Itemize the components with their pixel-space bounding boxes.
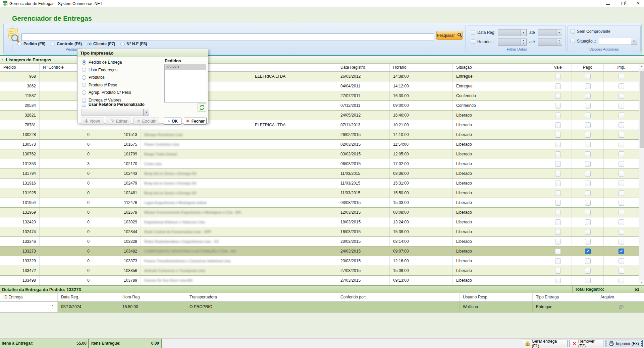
imp-checkbox[interactable] (619, 83, 624, 89)
time-to-spinner[interactable]: ▲▼ (538, 39, 562, 46)
col-header[interactable]: Vale (544, 64, 572, 71)
vale-checkbox[interactable] (555, 74, 561, 79)
close-button[interactable]: × (633, 0, 644, 7)
pago-checkbox[interactable] (585, 200, 591, 206)
vale-checkbox[interactable] (555, 239, 561, 245)
table-row[interactable]: 1317940102443Bxxg Ixd xx Gxsxs x Enxxgx-… (0, 169, 639, 179)
dialog-print-option[interactable]: Pedido de Entrega (82, 60, 131, 65)
time-from-spinner[interactable]: ▲▼ (498, 39, 527, 46)
print-button[interactable]: Imprimir (F3) (605, 340, 643, 347)
situation-dropdown[interactable]: ▼ (599, 38, 637, 45)
edit-button[interactable]: Editar (106, 118, 131, 125)
vale-checkbox[interactable] (555, 132, 561, 138)
vale-checkbox[interactable] (555, 122, 561, 128)
pago-checkbox[interactable] (585, 268, 591, 274)
pago-checkbox[interactable] (585, 171, 591, 177)
time-filter-checkbox[interactable] (471, 40, 475, 44)
restore-button[interactable] (618, 0, 629, 7)
search-radio[interactable]: Controle (F6) (51, 42, 82, 46)
pago-checkbox[interactable] (585, 229, 591, 235)
vale-checkbox[interactable] (555, 83, 561, 89)
table-row[interactable]: 1319690102578Mxxtxc Fxxnxcxmxntx Exgxxhx… (0, 208, 639, 217)
imp-checkbox[interactable] (619, 151, 624, 157)
imp-checkbox[interactable] (619, 249, 624, 254)
col-header[interactable]: Situação (453, 64, 544, 71)
minimize-button[interactable] (602, 0, 614, 7)
table-row[interactable]: 1334980103789Dxxxxx Dx Xxx Dxcx Ltxa-MX2… (0, 276, 639, 285)
no-receipt-checkbox[interactable] (571, 29, 575, 33)
pago-checkbox[interactable] (585, 113, 591, 118)
situation-checkbox[interactable] (571, 39, 575, 43)
vale-checkbox[interactable] (555, 93, 561, 99)
search-radio[interactable]: Nº N.F (F8) (120, 42, 147, 46)
refresh-button[interactable] (198, 103, 206, 112)
table-row[interactable]: 1319250102481Bxxg Ixd xx Gxsxs x Enxxgx-… (0, 188, 639, 198)
list-item[interactable]: 133273 (165, 64, 206, 70)
custom-report-dropdown[interactable]: ▼ (82, 109, 149, 116)
imp-checkbox[interactable] (619, 210, 624, 215)
col-header[interactable]: Pedido (0, 64, 40, 71)
search-radio[interactable]: Cliente (F7) (87, 42, 115, 46)
close-dialog-button[interactable]: ✕ Fechar (184, 118, 207, 125)
imp-checkbox[interactable] (619, 142, 624, 147)
scrollbar-thumb[interactable] (640, 71, 644, 148)
pago-checkbox[interactable] (585, 239, 591, 245)
table-row[interactable]: 1334720103856Axfxxdx Cxmxxcxx x Txxxspxx… (0, 266, 639, 276)
table-row[interactable]: 1332460103328Rxtxs Dxstxxbxxdxxa x Exgxx… (0, 237, 639, 247)
col-header[interactable]: Horário (390, 64, 453, 71)
dialog-print-option[interactable]: Agrup. Produto C/ Peso (82, 90, 131, 95)
imp-checkbox[interactable] (619, 268, 624, 274)
detail-row[interactable]: 1 05/10/2024 15:50:00 O PROPRIO Wallison… (0, 302, 644, 312)
imp-checkbox[interactable] (619, 190, 624, 196)
vertical-scrollbar[interactable]: ▲ ▼ (639, 64, 644, 285)
table-row[interactable]: 1332730103482CXMPXXENTE IXDXSTRIA X AXTX… (0, 247, 639, 256)
vale-checkbox[interactable] (555, 268, 561, 274)
imp-checkbox[interactable] (619, 103, 624, 109)
ok-button[interactable]: OK (164, 118, 181, 125)
vale-checkbox[interactable] (555, 278, 561, 283)
custom-report-checkbox[interactable] (82, 102, 86, 107)
imp-checkbox[interactable] (619, 278, 624, 283)
col-header[interactable]: Data Registro (337, 64, 390, 71)
pago-checkbox[interactable] (585, 278, 591, 283)
date-filter-checkbox[interactable] (471, 30, 475, 34)
scroll-down-icon[interactable]: ▼ (639, 280, 644, 285)
imp-checkbox[interactable] (619, 122, 624, 128)
vale-checkbox[interactable] (555, 229, 561, 235)
imp-checkbox[interactable] (619, 200, 624, 206)
search-button[interactable]: Pesquisar (436, 31, 463, 40)
table-row[interactable]: 1307620101799Bxxgx Txxbx Dxxsxl03/03/201… (0, 149, 639, 159)
imp-checkbox[interactable] (619, 181, 624, 186)
scroll-up-icon[interactable]: ▲ (639, 64, 644, 69)
imp-checkbox[interactable] (619, 219, 624, 225)
delete-button[interactable]: ✕Excluir (133, 118, 159, 125)
vale-checkbox[interactable] (555, 258, 561, 264)
imp-checkbox[interactable] (619, 258, 624, 264)
vale-checkbox[interactable] (555, 200, 561, 206)
pago-checkbox[interactable] (585, 93, 591, 99)
pago-checkbox[interactable] (585, 74, 591, 79)
imp-checkbox[interactable] (619, 93, 624, 99)
imp-checkbox[interactable] (619, 171, 624, 177)
imp-checkbox[interactable] (619, 74, 624, 79)
remove-button[interactable]: ✕ Remover (F2) (569, 340, 603, 347)
imp-checkbox[interactable] (619, 239, 624, 245)
vale-checkbox[interactable] (555, 219, 561, 225)
paperclip-icon[interactable] (616, 303, 624, 311)
pago-checkbox[interactable] (585, 132, 591, 138)
vale-checkbox[interactable] (555, 210, 561, 215)
table-row[interactable]: 1305730101675Pxwxr Cxntxxlxs Ltxa02/03/2… (0, 140, 639, 149)
imp-checkbox[interactable] (619, 113, 624, 118)
table-row[interactable]: 1302280101513Mxxqux Rxxxtxvxs Ltxa26/02/… (0, 130, 639, 140)
search-radio[interactable]: Pedido (F5) (17, 42, 45, 46)
vale-checkbox[interactable] (555, 151, 561, 157)
vale-checkbox[interactable] (555, 249, 561, 254)
pago-checkbox[interactable] (585, 151, 591, 157)
pago-checkbox[interactable] (585, 142, 591, 147)
pago-checkbox[interactable] (585, 181, 591, 186)
pago-checkbox[interactable] (585, 258, 591, 264)
table-row[interactable]: 1313533102170Cxxtx Ltxa06/03/201517:02:0… (0, 159, 639, 169)
dialog-print-option[interactable]: Entrega c/ Valores (82, 98, 131, 102)
new-button[interactable]: Novo (81, 118, 104, 125)
pago-checkbox[interactable] (585, 210, 591, 215)
